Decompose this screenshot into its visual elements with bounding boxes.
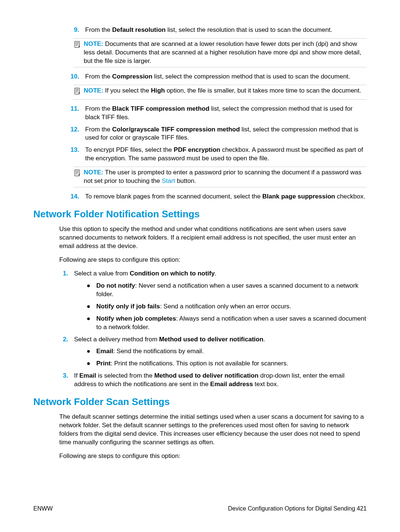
bullet-dot: ● xyxy=(78,315,96,332)
note-label: NOTE: xyxy=(84,40,103,47)
step-body: If Email is selected from the Method use… xyxy=(74,372,367,389)
step-number: 3. xyxy=(59,372,74,389)
bold: Method used to deliver notification xyxy=(159,336,263,343)
text: From the xyxy=(85,126,112,133)
bold: Default resolution xyxy=(112,26,166,33)
step-number: 14. xyxy=(67,193,85,201)
heading-scan-settings: Network Folder Scan Settings xyxy=(33,395,367,408)
text: . xyxy=(215,270,217,277)
step-body: Select a delivery method from Method use… xyxy=(74,335,367,344)
step-body: To encrypt PDF files, select the PDF enc… xyxy=(85,146,367,163)
bullet-notify-fail: ● Notify only if job fails: Send a notif… xyxy=(78,302,367,311)
section2-intro: The default scanner settings determine t… xyxy=(59,413,367,447)
step-12: 12. From the Color/grayscale TIFF compre… xyxy=(67,126,367,143)
note-body: NOTE: Documents that are scanned at a lo… xyxy=(84,40,367,66)
step-number: 13. xyxy=(67,146,85,163)
text: checkbox. xyxy=(335,193,365,200)
bullet-email: ● Email: Send the notifications by email… xyxy=(78,347,367,356)
bullet-print: ● Print: Print the notifications. This o… xyxy=(78,359,367,368)
note-step-9: NOTE: Documents that are scanned at a lo… xyxy=(73,38,367,67)
text: : Send a notification only when an error… xyxy=(160,303,291,310)
page-footer: ENWW Device Configuration Options for Di… xyxy=(33,505,367,513)
bullet-dot: ● xyxy=(78,302,96,311)
bold: Email xyxy=(79,372,96,379)
step-body: To remove blank pages from the scanned d… xyxy=(85,193,367,201)
bold: Black TIFF compression method xyxy=(112,105,210,112)
bullet-do-not-notify: ● Do not notify: Never send a notificati… xyxy=(78,282,367,299)
text: text box. xyxy=(253,381,279,388)
section1-following: Following are steps to configure this op… xyxy=(59,256,367,264)
text: : Never send a notification when a user … xyxy=(96,282,359,298)
step-number: 1. xyxy=(59,270,74,278)
step-number: 9. xyxy=(67,26,85,34)
section1-step-2: 2. Select a delivery method from Method … xyxy=(59,335,367,344)
bullet-dot: ● xyxy=(78,347,96,356)
text: To remove blank pages from the scanned d… xyxy=(85,193,262,200)
text: The user is prompted to enter a password… xyxy=(84,169,361,184)
bold: Email xyxy=(96,348,113,355)
text: From the xyxy=(85,26,112,33)
step-number: 12. xyxy=(67,126,85,143)
text: If xyxy=(74,372,79,379)
footer-right: Device Configuration Options for Digital… xyxy=(228,505,367,513)
bold: Notify only if job fails xyxy=(96,303,160,310)
bullet-body: Notify when job completes: Always send a… xyxy=(96,315,367,332)
section1-step-1: 1. Select a value from Condition on whic… xyxy=(59,270,367,278)
step-body: From the Color/grayscale TIFF compressio… xyxy=(85,126,367,143)
bold: Color/grayscale TIFF compression method xyxy=(112,126,240,133)
bold: PDF encryption xyxy=(174,146,220,153)
bold: High xyxy=(151,87,165,94)
step-body: From the Black TIFF compression method l… xyxy=(85,105,367,122)
bullet-dot: ● xyxy=(78,282,96,299)
step-10: 10. From the Compression list, select th… xyxy=(67,73,367,81)
step-11: 11. From the Black TIFF compression meth… xyxy=(67,105,367,122)
text: option, the file is smaller, but it take… xyxy=(165,87,361,94)
bold: Condition on which to notify xyxy=(130,270,214,277)
bullet-body: Print: Print the notifications. This opt… xyxy=(96,359,367,368)
text: : Send the notifications by email. xyxy=(113,348,204,355)
text: : Print the notifications. This option i… xyxy=(111,360,289,367)
section1-intro: Use this option to specify the method an… xyxy=(59,225,367,251)
bold: Email address xyxy=(210,381,253,388)
footer-left: ENWW xyxy=(33,505,53,513)
page: 9. From the Default resolution list, sel… xyxy=(0,0,400,532)
note-icon xyxy=(73,40,83,51)
step-list-top: 9. From the Default resolution list, sel… xyxy=(67,26,367,201)
step-number: 10. xyxy=(67,73,85,81)
step-number: 11. xyxy=(67,105,85,122)
note-label: NOTE: xyxy=(84,169,103,176)
text: From the xyxy=(85,73,112,80)
step-body: From the Compression list, select the co… xyxy=(85,73,367,81)
text: list, select the resolution that is used… xyxy=(166,26,332,33)
bold: Blank page suppression xyxy=(262,193,335,200)
text: Select a value from xyxy=(74,270,130,277)
step-9: 9. From the Default resolution list, sel… xyxy=(67,26,367,34)
section1-step-3: 3. If Email is selected from the Method … xyxy=(59,372,367,389)
bullet-body: Email: Send the notifications by email. xyxy=(96,347,367,356)
step-body: From the Default resolution list, select… xyxy=(85,26,367,34)
step-number: 2. xyxy=(59,335,74,344)
section1-body: Use this option to specify the method an… xyxy=(59,225,367,389)
text: list, select the compression method that… xyxy=(152,73,350,80)
bullet-notify-complete: ● Notify when job completes: Always send… xyxy=(78,315,367,332)
step2-bullets: ● Email: Send the notifications by email… xyxy=(78,347,367,368)
note-body: NOTE: The user is prompted to enter a pa… xyxy=(84,168,367,185)
bullet-body: Notify only if job fails: Send a notific… xyxy=(96,302,367,311)
text: If you select the xyxy=(103,87,151,94)
step1-bullets: ● Do not notify: Never send a notificati… xyxy=(78,282,367,332)
text: button. xyxy=(175,177,196,184)
note-step-13: NOTE: The user is prompted to enter a pa… xyxy=(73,167,367,187)
note-label: NOTE: xyxy=(84,87,103,94)
note-icon xyxy=(73,169,83,180)
text: From the xyxy=(85,105,112,112)
section2-following: Following are steps to configure this op… xyxy=(59,452,367,461)
text: Select a delivery method from xyxy=(74,336,159,343)
bold: Compression xyxy=(112,73,153,80)
bold: Notify when job completes xyxy=(96,315,176,322)
step-body: Select a value from Condition on which t… xyxy=(74,270,367,278)
heading-notification-settings: Network Folder Notification Settings xyxy=(33,208,367,221)
bold: Print xyxy=(96,360,111,367)
text: To encrypt PDF files, select the xyxy=(85,146,174,153)
note-icon xyxy=(73,87,83,98)
text: . xyxy=(263,336,265,343)
